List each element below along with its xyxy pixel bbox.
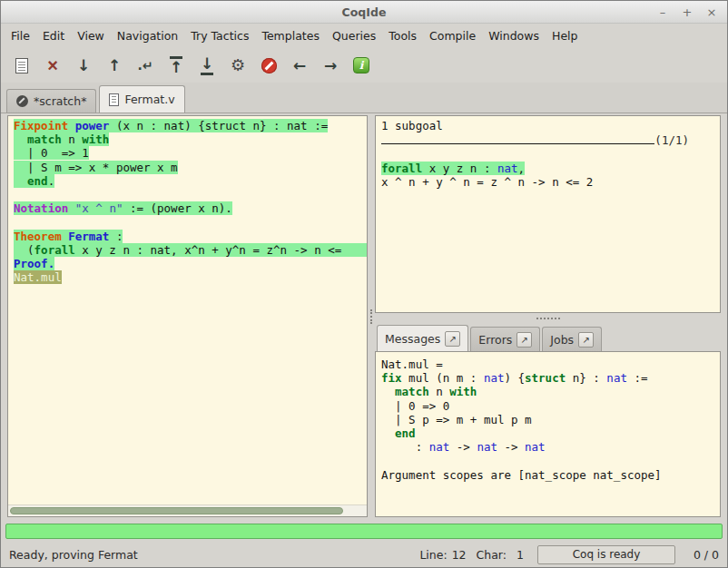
code-line: Notation "x ^ n" := (power x n). [14,201,367,215]
menu-try-tactics[interactable]: Try Tactics [184,25,255,46]
tab-jobs[interactable]: Jobs ↗ [542,327,602,351]
close-icon: × [47,56,58,74]
toolbar: × ↓ ↑ .↵ ↑ ↓ ⚙ ← → i [1,48,727,83]
goals-content[interactable]: 1 subgoal(1/1)forall x y z n : nat,x ^ n… [375,115,721,313]
code-line: forall x y z n : nat, [381,162,714,175]
code-line: (forall x y z n : nat, x^n + y^n = z^n -… [14,243,367,257]
save-button[interactable] [8,52,35,79]
gear-icon: ⚙ [231,57,245,73]
main-area: Fixpoint power (x n : nat) {struct n} : … [1,113,727,520]
messages-content[interactable]: Nat.mul =fix mul (n m : nat) {struct n} … [375,351,721,517]
maximize-button[interactable]: + [682,6,693,18]
detach-jobs-button[interactable]: ↗ [578,332,594,348]
right-column: 1 subgoal(1/1)forall x y z n : nat,x ^ n… [375,115,721,517]
tab-jobs-label: Jobs [550,333,574,347]
line-value: 12 [452,548,467,562]
tab-messages-label: Messages [385,332,440,346]
code-line: | S m => x * power x m [14,161,367,174]
progress-bar [5,524,723,539]
code-line: Nat.mul = [381,357,714,371]
code-line: 1 subgoal [381,119,714,132]
line-label: Line: [419,548,447,562]
detach-icon: ↗ [521,335,528,345]
goal-separator-rule [381,143,654,144]
menu-navigation[interactable]: Navigation [111,25,184,46]
vertical-splitter[interactable] [368,115,375,517]
code-line [14,188,367,201]
code-line: : nat -> nat -> nat [381,440,714,454]
minimize-button[interactable]: – [657,6,668,18]
detach-icon: ↗ [449,334,457,344]
right-arrow-icon: → [324,58,337,73]
tab-errors-label: Errors [478,333,512,347]
menu-templates[interactable]: Templates [255,25,326,46]
tab-errors[interactable]: Errors ↗ [470,327,540,351]
window-title: CoqIde [1,5,727,19]
menu-bar: File Edit View Navigation Try Tactics Te… [1,24,727,48]
code-line: end. [14,174,367,188]
menu-compile[interactable]: Compile [423,25,482,46]
menu-tools[interactable]: Tools [382,25,423,46]
go-to-end-button[interactable]: ↓ [193,52,221,79]
menu-view[interactable]: View [71,25,111,46]
coq-status-text: Coq is ready [573,548,641,561]
splitter-handle-dots [370,309,372,324]
coqide-window: CoqIde – + × File Edit View Navigation T… [0,0,728,568]
code-line: | 0 => 1 [14,146,367,160]
code-line [381,454,714,467]
code-line: match n with [14,132,367,146]
code-line: Fixpoint power (x n : nat) {struct n} : … [14,119,367,132]
up-to-start-icon: ↑ [170,56,182,75]
document-icon [109,93,119,106]
goal-counter: (1/1) [654,133,689,147]
save-icon [15,58,28,73]
code-line: match n with [381,385,714,398]
up-arrow-icon: ↑ [108,58,121,73]
horizontal-splitter[interactable] [375,313,721,324]
editor-code[interactable]: Fixpoint power (x n : nat) {struct n} : … [8,116,367,504]
scratch-icon [16,95,28,107]
code-line: Theorem Fermat : [14,230,367,243]
down-arrow-icon: ↓ [77,58,90,73]
code-line: end [381,426,714,440]
close-buffer-button[interactable]: × [39,52,66,79]
code-line [14,215,367,229]
fully-check-button[interactable]: ⚙ [224,52,251,79]
previous-occurrence-button[interactable]: ← [286,52,313,79]
menu-edit[interactable]: Edit [36,25,71,46]
char-value: 1 [511,548,524,562]
info-icon: i [353,57,369,73]
detach-errors-button[interactable]: ↗ [516,332,532,348]
go-to-cursor-button[interactable]: .↵ [132,52,159,79]
code-line: Proof. [14,257,367,270]
tab-fermat[interactable]: Fermat.v [99,85,184,113]
next-occurrence-button[interactable]: → [317,52,344,79]
step-forward-button[interactable]: ↓ [70,52,97,79]
worker-ratio: 0 / 0 [686,548,719,562]
about-button[interactable]: i [348,52,375,79]
close-window-button[interactable]: × [706,6,717,18]
step-backward-button[interactable]: ↑ [101,52,128,79]
tab-fermat-label: Fermat.v [124,93,174,106]
menu-windows[interactable]: Windows [482,25,546,46]
go-to-cursor-icon: .↵ [137,59,152,72]
detach-messages-button[interactable]: ↗ [445,331,460,347]
window-controls: – + × [657,6,727,18]
tab-scratch[interactable]: *scratch* [6,89,96,113]
code-line: | S p => m + mul p m [381,413,714,426]
menu-file[interactable]: File [5,25,36,46]
menu-queries[interactable]: Queries [326,25,382,46]
code-line: Nat.mul [14,270,367,284]
hscrollbar-thumb[interactable] [10,507,343,514]
tab-messages[interactable]: Messages ↗ [377,325,468,351]
title-bar[interactable]: CoqIde – + × [1,1,727,24]
status-bar: Ready, proving Fermat Line: 12 Char: 1 C… [1,542,727,567]
interrupt-button[interactable] [255,52,282,79]
tab-scratch-label: *scratch* [34,94,86,108]
menu-help[interactable]: Help [546,25,585,46]
left-arrow-icon: ← [293,58,306,73]
editor-hscrollbar[interactable] [8,504,367,516]
code-line: x ^ n + y ^ n = z ^ n -> n <= 2 [381,175,714,189]
restart-button[interactable]: ↑ [162,52,190,79]
code-line: (1/1) [381,133,714,147]
